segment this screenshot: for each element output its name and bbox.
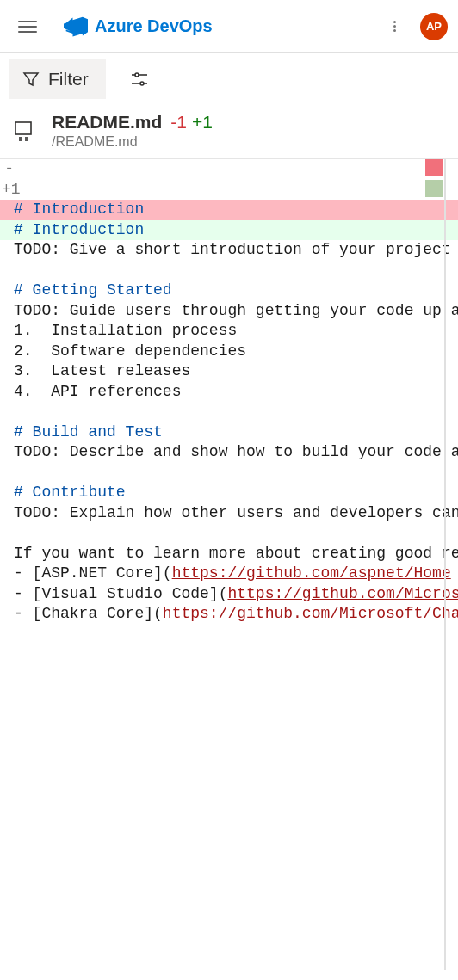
menu-button[interactable] [10,9,45,44]
more-vertical-icon [393,19,396,34]
diff-settings-button[interactable] [120,59,159,99]
code-line[interactable]: 1. Installation process [0,321,458,342]
diff-added-count: +1 [192,112,213,133]
avatar[interactable]: AP [420,13,448,40]
code-line[interactable]: If you want to learn more about creating… [0,544,458,564]
svg-rect-4 [15,122,31,134]
brand-link[interactable]: Azure DevOps [64,15,213,39]
code-line[interactable] [0,463,458,484]
svg-point-1 [135,73,139,77]
code-line[interactable]: # Introduction [0,220,458,241]
app-header: Azure DevOps AP [0,0,458,53]
code-line[interactable]: # Build and Test [0,422,458,443]
gutter-plus: +1 [2,180,14,200]
filter-button[interactable]: Filter [9,59,106,99]
code-line[interactable]: TODO: Guide users through getting your c… [0,301,458,322]
avatar-initials: AP [426,20,442,33]
code-line[interactable]: 3. Latest releases [0,361,458,382]
sliders-icon [130,70,149,89]
code-line[interactable]: # Contribute [0,483,458,503]
file-path: /README.md [52,134,213,150]
file-diff-icon [12,119,38,143]
code-line[interactable]: - [ASP.NET Core](https://github.com/aspn… [0,564,458,584]
scrollbar-track[interactable] [444,159,446,970]
code-line[interactable]: # Getting Started [0,280,458,301]
code-line[interactable]: 2. Software dependencies [0,342,458,362]
toolbar: Filter [0,53,458,105]
code-line[interactable]: - [Chakra Core](https://github.com/Micro… [0,604,458,625]
ruler-mark-added [425,180,443,197]
code-line[interactable]: TODO: Explain how other users and develo… [0,503,458,524]
overview-ruler[interactable] [424,159,458,970]
ruler-mark-removed [425,159,443,176]
code-line[interactable] [0,523,458,544]
diff-view[interactable]: -# Introduction+1# IntroductionTODO: Giv… [0,159,458,970]
code-line[interactable] [0,261,458,281]
file-name: README.md [52,112,162,133]
filter-icon [22,71,40,88]
code-line[interactable]: TODO: Give a short introduction of your … [0,240,458,261]
more-button[interactable] [377,9,412,44]
code-line[interactable]: 4. API references [0,382,458,403]
azure-devops-icon [64,15,88,39]
code-line[interactable]: TODO: Describe and show how to build you… [0,442,458,463]
hamburger-icon [18,17,37,36]
file-header: README.md -1 +1 /README.md [0,105,458,159]
svg-point-3 [140,82,144,85]
gutter-minus: - [2,159,14,180]
diff-removed-count: -1 [170,112,187,133]
code-line[interactable]: # Introduction [0,200,458,220]
brand-label: Azure DevOps [95,16,213,36]
file-title-row: README.md -1 +1 [52,112,213,133]
code-line[interactable]: - [Visual Studio Code](https://github.co… [0,584,458,605]
code-line[interactable] [0,402,458,422]
filter-label: Filter [48,69,89,89]
